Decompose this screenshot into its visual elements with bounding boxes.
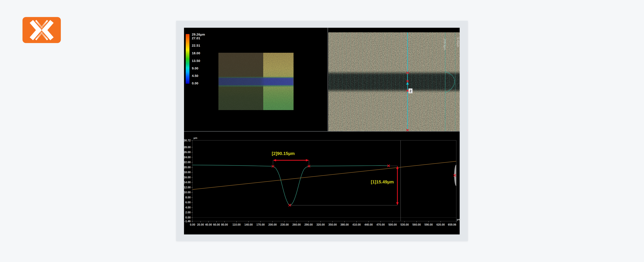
x-tick-label: 470.00 xyxy=(376,223,385,226)
brand-logo[interactable] xyxy=(22,17,61,43)
colorbar-label: 9.00 xyxy=(192,66,198,70)
y-tick-label: 14.00 xyxy=(184,181,191,184)
y-tick-label: 8.00 xyxy=(185,196,191,199)
x-tick-label: 260.00 xyxy=(292,223,301,226)
x-tick-label: 380.00 xyxy=(340,223,349,226)
height-colorbar xyxy=(186,34,190,84)
measurement-annotations: [2]90.15µm[1]15.49µm xyxy=(272,151,399,205)
y-tick-label: 28.00 xyxy=(184,146,191,149)
y-axis: 30.7228.0026.0024.0022.0020.0018.0016.00… xyxy=(184,136,197,223)
plot-border xyxy=(192,140,456,221)
x-tick-label: 590.00 xyxy=(424,223,433,226)
y-tick-label: 22.00 xyxy=(184,161,191,164)
x-tick-label: 500.00 xyxy=(388,223,397,226)
x-axis: 0.0020.0040.0060.0080.00110.00140.00170.… xyxy=(190,218,460,226)
x-tick-label: 60.00 xyxy=(213,223,220,226)
chevron-right-icon xyxy=(31,21,39,39)
height-map-image[interactable] xyxy=(218,53,294,110)
y-tick-label: 12.00 xyxy=(184,186,191,189)
micrograph-image[interactable]: 209.5µm 5.45µm 2 xyxy=(328,32,460,131)
colorbar-label: 13.50 xyxy=(192,59,200,63)
profile-chart-view: 30.7228.0026.0024.0022.0020.0018.0016.00… xyxy=(184,132,460,235)
colorbar-label-max: 29.26µm xyxy=(192,33,205,36)
width-measurement-label: [2]90.15µm xyxy=(272,151,295,156)
colorbar-label: 27.01 xyxy=(192,36,200,40)
profile-scan-line-label: 209.5µm xyxy=(443,39,446,50)
brand-logo-mark xyxy=(22,17,61,43)
y-tick-label: 10.00 xyxy=(184,191,191,194)
x-tick-label: 200.00 xyxy=(268,223,277,226)
y-tick-label: 4.00 xyxy=(185,206,191,209)
x-tick-label: 290.00 xyxy=(304,223,313,226)
colorbar-label: 4.50 xyxy=(192,74,198,78)
height-map-grain-texture xyxy=(218,53,294,110)
depth-measurement-label: [1]15.49µm xyxy=(371,179,394,184)
y-tick-label: 6.00 xyxy=(185,201,191,204)
y-tick-label: 16.00 xyxy=(184,176,191,179)
x-tick-label: 560.00 xyxy=(412,223,421,226)
surface-profile-series xyxy=(192,165,388,205)
x-axis-unit: µm xyxy=(457,218,460,221)
colorbar-label-min: 0.00 xyxy=(192,81,198,85)
y-tick-label: 18.00 xyxy=(184,171,191,174)
y-tick-label: 26.00 xyxy=(184,151,191,154)
y-axis-unit: µm xyxy=(194,136,197,139)
x-tick-label: 20.00 xyxy=(197,223,204,226)
y-tick-label: 20.00 xyxy=(184,166,191,169)
x-tick-label: 40.00 xyxy=(205,223,212,226)
y-tick-label: 30.72 xyxy=(184,139,191,142)
edge-scan-line-label: 5.45µm xyxy=(456,37,460,47)
chart-scrollbar[interactable] xyxy=(454,165,458,186)
y-tick-label: 24.00 xyxy=(184,156,191,159)
y-tick-label: -1.46 xyxy=(184,220,191,223)
chevron-left-icon xyxy=(44,21,52,39)
measure-point-marker[interactable] xyxy=(288,204,291,206)
x-tick-label: 410.00 xyxy=(352,223,361,226)
micrograph-light-grain xyxy=(328,32,460,131)
y-tick-label: 0.00 xyxy=(185,216,191,219)
cursor-index-label: 2 xyxy=(410,89,412,93)
profile-chart[interactable]: 30.7228.0026.0024.0022.0020.0018.0016.00… xyxy=(184,132,460,235)
y-tick-label: 2.00 xyxy=(185,211,191,214)
profile-point-markers[interactable] xyxy=(272,165,390,206)
view-divider-vertical xyxy=(328,28,328,131)
x-tick-label: 350.00 xyxy=(328,223,337,226)
x-tick-label: 80.00 xyxy=(221,223,228,226)
x-tick-label: 140.00 xyxy=(244,223,253,226)
analysis-container: 29.26µm 27.01 22.51 18.00 13.50 9.00 4.5… xyxy=(176,21,468,241)
colorbar-label: 18.00 xyxy=(192,51,200,55)
x-tick-label: 530.00 xyxy=(400,223,409,226)
x-tick-label: 110.00 xyxy=(232,223,240,226)
x-tick-label: 620.00 xyxy=(436,223,445,226)
x-tick-label: 659.06 xyxy=(448,223,456,226)
x-tick-label: 320.00 xyxy=(316,223,325,226)
x-tick-label: 230.00 xyxy=(280,223,289,226)
x-tick-label: 440.00 xyxy=(364,223,373,226)
x-tick-label: 170.00 xyxy=(256,223,265,226)
colorbar-label: 22.51 xyxy=(192,44,200,47)
x-tick-label: 0.00 xyxy=(190,223,195,226)
measurement-panel: 29.26µm 27.01 22.51 18.00 13.50 9.00 4.5… xyxy=(184,28,460,235)
